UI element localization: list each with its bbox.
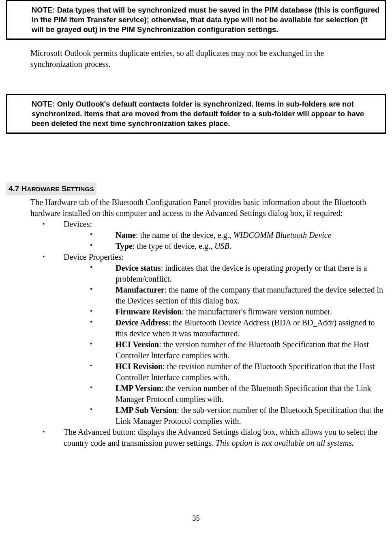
list-item-manufacturer: Manufacturer: the name of the company th… (90, 284, 386, 306)
list-item-device-address: Device Address: the Bluetooth Device Add… (90, 317, 386, 339)
note-text-outlook-folder: NOTE: Only Outlook's default contacts fo… (32, 99, 381, 128)
list-item-devices: Devices: Name: the name of the device, e… (43, 219, 386, 252)
note-box-outlook-folder: NOTE: Only Outlook's default contacts fo… (6, 94, 386, 134)
list-item-firmware: Firmware Revision: the manufacturer's fi… (90, 306, 386, 317)
list-item-name: Name: the name of the device, e.g., WIDC… (90, 230, 386, 241)
list-item-device-status: Device status: indicates that the device… (90, 263, 386, 284)
hardware-list: Devices: Name: the name of the device, e… (43, 219, 386, 449)
page-number: 35 (6, 513, 386, 523)
list-item-device-properties: Device Properties: Device status: indica… (43, 252, 386, 427)
list-item-hci-revision: HCI Revision: the revision number of the… (90, 361, 386, 383)
note-box-pim: NOTE: Data types that will be synchroniz… (6, 0, 386, 40)
list-item-lmp-version: LMP Version: the version number of the B… (90, 383, 386, 405)
paragraph-outlook-duplicates: Microsoft Outlook permits duplicate entr… (30, 48, 374, 70)
section-intro: The Hardware tab of the Bluetooth Config… (30, 197, 378, 219)
list-item-hci-version: HCI Version: the version number of the B… (90, 339, 386, 361)
section-heading-hardware: 4.7 HARDWARE SETTINGS (6, 182, 96, 195)
list-item-lmp-sub-version: LMP Sub Version: the sub-version number … (90, 405, 386, 427)
list-item-advanced-button: The Advanced button: displays the Advanc… (43, 427, 386, 449)
list-item-type: Type: the type of device, e.g., USB. (90, 241, 386, 252)
note-text-pim: NOTE: Data types that will be synchroniz… (32, 5, 381, 34)
